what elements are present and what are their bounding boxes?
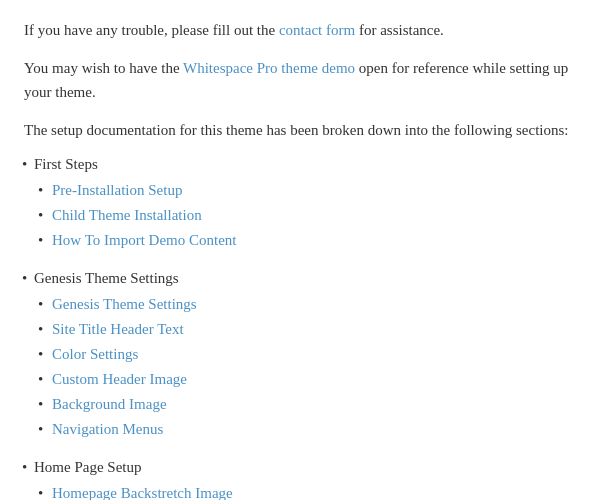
section-2: Home Page SetupHomepage Backstretch Imag…	[34, 455, 586, 500]
link-1-3[interactable]: Custom Header Image	[52, 371, 187, 387]
sub-list-2: Homepage Backstretch ImageHome Page Layo…	[34, 481, 586, 500]
link-0-0[interactable]: Pre-Installation Setup	[52, 182, 182, 198]
theme-demo-link[interactable]: Whitespace Pro theme demo	[183, 60, 355, 76]
contact-form-link[interactable]: contact form	[279, 22, 355, 38]
p1-suffix-text: for assistance.	[355, 22, 444, 38]
paragraph-3: The setup documentation for this theme h…	[24, 118, 586, 142]
link-2-0[interactable]: Homepage Backstretch Image	[52, 485, 233, 500]
section-label-2: Home Page Setup	[34, 459, 141, 475]
sub-list-0: Pre-Installation SetupChild Theme Instal…	[34, 178, 586, 252]
list-item: Custom Header Image	[52, 367, 586, 391]
link-1-1[interactable]: Site Title Header Text	[52, 321, 184, 337]
section-1: Genesis Theme SettingsGenesis Theme Sett…	[34, 266, 586, 441]
section-label-1: Genesis Theme Settings	[34, 270, 179, 286]
link-0-2[interactable]: How To Import Demo Content	[52, 232, 237, 248]
list-item: Pre-Installation Setup	[52, 178, 586, 202]
list-item: Navigation Menus	[52, 417, 586, 441]
p2-prefix-text: You may wish to have the	[24, 60, 183, 76]
section-label-0: First Steps	[34, 156, 98, 172]
p1-prefix-text: If you have any trouble, please fill out…	[24, 22, 279, 38]
link-1-2[interactable]: Color Settings	[52, 346, 138, 362]
section-0: First StepsPre-Installation SetupChild T…	[34, 152, 586, 252]
sections-list: First StepsPre-Installation SetupChild T…	[24, 152, 586, 500]
list-item: Genesis Theme Settings	[52, 292, 586, 316]
list-item: Site Title Header Text	[52, 317, 586, 341]
link-1-0[interactable]: Genesis Theme Settings	[52, 296, 197, 312]
link-0-1[interactable]: Child Theme Installation	[52, 207, 202, 223]
sub-list-1: Genesis Theme SettingsSite Title Header …	[34, 292, 586, 441]
link-1-4[interactable]: Background Image	[52, 396, 167, 412]
list-item: How To Import Demo Content	[52, 228, 586, 252]
paragraph-2: You may wish to have the Whitespace Pro …	[24, 56, 586, 104]
list-item: Color Settings	[52, 342, 586, 366]
paragraph-1: If you have any trouble, please fill out…	[24, 18, 586, 42]
list-item: Background Image	[52, 392, 586, 416]
list-item: Child Theme Installation	[52, 203, 586, 227]
link-1-5[interactable]: Navigation Menus	[52, 421, 163, 437]
content-area: If you have any trouble, please fill out…	[24, 18, 586, 500]
list-item: Homepage Backstretch Image	[52, 481, 586, 500]
